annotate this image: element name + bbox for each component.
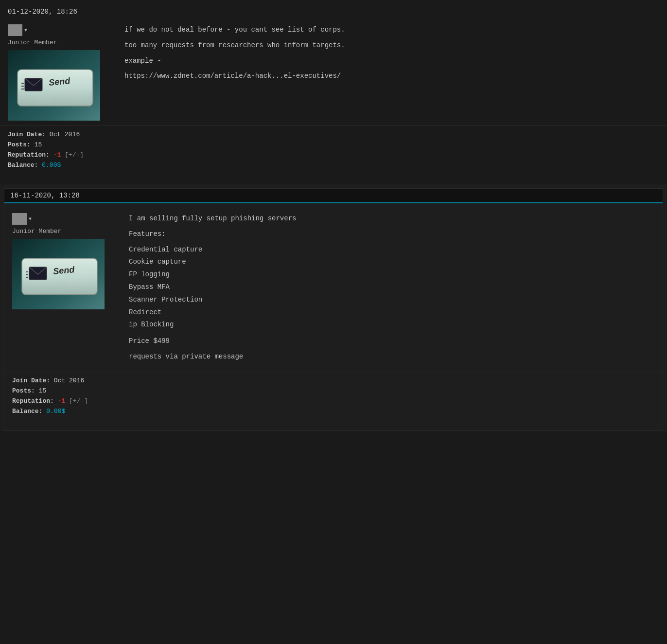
post-1: 01-12-2020, 18:26 ▼ Junior Member (0, 0, 667, 184)
post-1-posts: Posts: 15 (8, 141, 659, 148)
post-1-avatar-small (8, 24, 22, 36)
post-2-user-role: Junior Member (12, 228, 61, 235)
post-1-dropdown-icon[interactable]: ▼ (24, 28, 27, 33)
post-2-feature-3: FP logging (129, 269, 655, 281)
post-2-balance: Balance: 0.00$ (12, 408, 655, 415)
post-2-feature-1: Credential capture (129, 244, 655, 256)
post-2-feature-6: Redirect (129, 307, 655, 319)
post-2-avatar-small (12, 213, 27, 225)
post-2-meta: Join Date: Oct 2016 Posts: 15 Reputation… (4, 372, 663, 426)
post-2-wrapper: 16-11-2020, 13:28 ▼ Junior Member (4, 188, 663, 431)
post-2-feature-5: Scanner Protection (129, 294, 655, 306)
post-2-body: ▼ Junior Member (4, 208, 663, 372)
post-2-features-label: Features: (129, 229, 655, 240)
post-2-content: I am selling fully setup phishing server… (119, 213, 655, 367)
post-2-header: 16-11-2020, 13:28 (4, 189, 663, 203)
forum-thread: 01-12-2020, 18:26 ▼ Junior Member (0, 0, 667, 431)
post-2: ▼ Junior Member (4, 203, 663, 430)
post-2-timestamp: 16-11-2020, 13:28 (10, 192, 80, 199)
post-2-posts: Posts: 15 (12, 387, 655, 394)
post-1-meta: Join Date: Oct 2016 Posts: 15 Reputation… (0, 125, 667, 179)
post-2-avatar-large: Send ☞ (12, 239, 105, 309)
svg-text:☞: ☞ (64, 90, 70, 102)
post-1-sidebar: ▼ Junior Member (8, 24, 115, 121)
post-2-features-list: Credential capture Cookie capture FP log… (129, 244, 655, 331)
post-1-body: ▼ Junior Member (0, 19, 667, 125)
svg-text:Send: Send (48, 76, 71, 88)
post-2-contact: requests via private message (129, 351, 655, 363)
post-1-line-1: if we do not deal before - you cant see … (124, 24, 659, 36)
svg-text:Send: Send (53, 265, 75, 276)
post-1-content: if we do not deal before - you cant see … (115, 24, 659, 121)
post-1-link[interactable]: https://www.zdnet.com/article/a-hack...e… (124, 71, 659, 82)
post-2-price: Price $499 (129, 336, 655, 347)
svg-text:☞: ☞ (68, 279, 74, 291)
post-1-user-role: Junior Member (8, 39, 57, 46)
post-2-intro: I am selling fully setup phishing server… (129, 213, 655, 225)
post-1-timestamp: 01-12-2020, 18:26 (0, 5, 667, 19)
post-2-feature-7: ip Blocking (129, 319, 655, 331)
post-1-balance: Balance: 0.00$ (8, 161, 659, 169)
post-2-dropdown-icon[interactable]: ▼ (29, 216, 32, 222)
post-1-reputation: Reputation: -1 [+/-] (8, 151, 659, 159)
post-2-feature-4: Bypass MFA (129, 282, 655, 293)
post-1-user-top: ▼ (8, 24, 27, 36)
post-1-avatar-large: Send ☞ (8, 50, 100, 121)
post-2-join-date: Join Date: Oct 2016 (12, 377, 655, 384)
post-2-sidebar: ▼ Junior Member (12, 213, 119, 367)
post-2-reputation: Reputation: -1 [+/-] (12, 397, 655, 405)
post-2-feature-2: Cookie capture (129, 256, 655, 268)
post-2-user-top: ▼ (12, 213, 32, 225)
post-1-line-3: example - (124, 55, 659, 67)
post-1-join-date: Join Date: Oct 2016 (8, 131, 659, 138)
post-1-line-2: too many requests from researchers who i… (124, 40, 659, 52)
